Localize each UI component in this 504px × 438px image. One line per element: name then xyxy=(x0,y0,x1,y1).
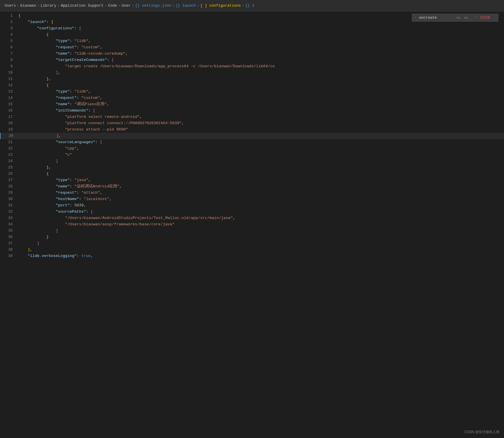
line-content-38[interactable]: }, xyxy=(17,247,504,253)
line-number-18: 18 xyxy=(0,120,17,126)
line-number-17: 17 xyxy=(0,114,17,120)
line-content-14[interactable]: "request": "custom", xyxy=(17,95,504,101)
line-content-37[interactable]: ] xyxy=(17,240,504,247)
line-content-21[interactable]: "sourceLanguages": [ xyxy=(17,139,504,145)
editor-line-29: 29 "request": "attach", xyxy=(0,190,504,196)
line-number-6: 6 xyxy=(0,44,17,51)
line-number-29: 29 xyxy=(0,190,17,196)
breadcrumb-item-configurations[interactable]: [ ] configurations xyxy=(200,3,240,8)
line-content-35[interactable]: ] xyxy=(17,228,504,234)
line-content-34[interactable]: "/Users/biaowan/aosp/frameworks/base/cor… xyxy=(17,221,504,228)
editor-line-16: 16 "initCommands": [ xyxy=(0,107,504,114)
line-content-27[interactable]: "type": "java", xyxy=(17,177,504,183)
line-content-39[interactable]: "lldb.verboseLogging": true, xyxy=(17,253,504,259)
search-input[interactable] xyxy=(419,16,453,20)
line-content-13[interactable]: "type": "lldb", xyxy=(17,89,504,95)
line-content-29[interactable]: "request": "attach", xyxy=(17,190,504,196)
line-content-25[interactable]: }, xyxy=(17,164,504,171)
line-number-8: 8 xyxy=(0,57,17,63)
line-content-18[interactable]: "platform connect connect://P000037N2038… xyxy=(17,120,504,126)
line-number-38: 38 xyxy=(0,247,17,253)
editor-line-22: 22 "cpp", xyxy=(0,145,504,152)
line-number-26: 26 xyxy=(0,171,17,177)
line-number-3: 3 xyxy=(0,25,17,32)
line-content-11[interactable]: }, xyxy=(17,76,504,82)
editor-line-36: 36 } xyxy=(0,234,504,240)
line-number-20: 20 xyxy=(1,133,18,139)
line-content-8[interactable]: "targetCreateCommands": [ xyxy=(17,57,504,63)
breadcrumb-item-users[interactable]: Users xyxy=(5,3,16,8)
line-content-33[interactable]: "/Users/biaowan/AndroidStudioProjects/Te… xyxy=(17,215,504,221)
breadcrumb-item-biaowan[interactable]: biaowan xyxy=(20,3,36,8)
line-content-10[interactable]: ], xyxy=(17,70,504,76)
editor-line-10: 10 ], xyxy=(0,70,504,76)
line-content-12[interactable]: { xyxy=(17,82,504,89)
line-content-28[interactable]: "name": "远程调试Android应用", xyxy=(17,183,504,190)
line-content-30[interactable]: "hostName": "localhost", xyxy=(17,196,504,202)
breadcrumb-item-library[interactable]: Library xyxy=(41,3,56,8)
editor-line-39: 39 "lldb.verboseLogging": true, xyxy=(0,253,504,259)
breadcrumb-item-1[interactable]: {} 1 xyxy=(245,3,254,8)
breadcrumb-item-settings[interactable]: {} settings.json xyxy=(135,3,171,8)
line-number-25: 25 xyxy=(0,164,17,171)
editor-line-8: 8 "targetCreateCommands": [ xyxy=(0,57,504,63)
line-content-23[interactable]: "c" xyxy=(17,152,504,158)
editor-line-37: 37 ] xyxy=(0,240,504,247)
editor-line-20: 20 ], xyxy=(0,133,504,139)
breadcrumb-item-user[interactable]: User xyxy=(122,3,131,8)
line-content-15[interactable]: "name": "调试Piano应用", xyxy=(17,101,504,107)
editor-line-33: 33 "/Users/biaowan/AndroidStudioProjects… xyxy=(0,215,504,221)
line-content-22[interactable]: "cpp", xyxy=(17,145,504,152)
line-content-17[interactable]: "platform select remote-android", xyxy=(17,114,504,120)
editor-line-11: 11 }, xyxy=(0,76,504,82)
editor-line-26: 26 { xyxy=(0,171,504,177)
editor-line-31: 31 "port": 5039, xyxy=(0,202,504,209)
line-content-26[interactable]: { xyxy=(17,171,504,177)
breadcrumb-sep-4: › xyxy=(105,3,107,8)
editor-line-30: 30 "hostName": "localhost", xyxy=(0,196,504,202)
line-content-6[interactable]: "request": "custom", xyxy=(17,44,504,51)
line-number-4: 4 xyxy=(0,32,17,38)
editor-line-6: 6 "request": "custom", xyxy=(0,44,504,51)
breadcrumb-item-launch[interactable]: {} launch xyxy=(175,3,196,8)
line-content-36[interactable]: } xyxy=(17,234,504,240)
regex-button[interactable]: .* xyxy=(472,16,478,20)
line-number-10: 10 xyxy=(0,70,17,76)
line-number-27: 27 xyxy=(0,177,17,183)
search-options: Aa ab̲ .* xyxy=(456,15,478,20)
line-number-30: 30 xyxy=(0,196,17,202)
breadcrumb-sep-3: › xyxy=(58,3,60,8)
breadcrumb-item-appsupport[interactable]: Application Support xyxy=(61,3,104,8)
line-content-31[interactable]: "port": 5039, xyxy=(17,202,504,209)
line-content-20[interactable]: ], xyxy=(18,133,504,139)
line-number-11: 11 xyxy=(0,76,17,82)
breadcrumb-sep-6: › xyxy=(132,3,134,8)
breadcrumb-sep-7: › xyxy=(172,3,175,8)
line-content-5[interactable]: "type": "lldb", xyxy=(17,38,504,44)
line-number-16: 16 xyxy=(0,107,17,114)
line-content-32[interactable]: "sourcePaths": [ xyxy=(17,209,504,215)
editor-line-7: 7 "name": "lldb-vscode-coredump", xyxy=(0,51,504,57)
match-case-button[interactable]: Aa xyxy=(456,16,461,20)
breadcrumb-sep-5: › xyxy=(118,3,121,8)
line-content-3[interactable]: "configurations": [ xyxy=(17,25,504,32)
line-content-16[interactable]: "initCommands": [ xyxy=(17,107,504,114)
line-number-23: 23 xyxy=(0,152,17,158)
editor-line-4: 4 { xyxy=(0,32,504,38)
line-content-24[interactable]: ] xyxy=(17,158,504,164)
breadcrumb: Users › biaowan › Library › Application … xyxy=(0,0,504,11)
whole-word-button[interactable]: ab̲ xyxy=(463,15,470,20)
editor-line-23: 23 "c" xyxy=(0,152,504,158)
line-number-28: 28 xyxy=(0,183,17,190)
breadcrumb-sep-8: › xyxy=(197,3,199,8)
watermark: CSDN @安仔都有人用 xyxy=(464,430,499,435)
line-number-19: 19 xyxy=(0,126,17,133)
line-content-4[interactable]: { xyxy=(17,32,504,38)
line-content-7[interactable]: "name": "lldb-vscode-coredump", xyxy=(17,51,504,57)
line-content-9[interactable]: "target create /Users/biaowan/Downloads/… xyxy=(17,63,504,70)
editor-line-18: 18 "platform connect connect://P000037N2… xyxy=(0,120,504,126)
line-content-19[interactable]: "process attach --pid 9690" xyxy=(17,126,504,133)
editor-line-28: 28 "name": "远程调试Android应用", xyxy=(0,183,504,190)
breadcrumb-item-code[interactable]: Code xyxy=(108,3,117,8)
line-number-13: 13 xyxy=(0,89,17,95)
